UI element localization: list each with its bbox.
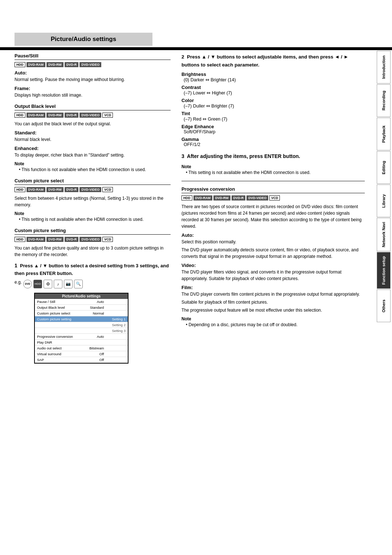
output-black-header: Output Black level xyxy=(15,104,171,110)
screen-row-value8 xyxy=(83,339,106,345)
screen-row-virtual: Virtual surround Off xyxy=(35,351,128,357)
screen-mockup-wrapper: DVD HDD ⚙ ♪ 📷 🔍 Picture/Audio settings xyxy=(23,280,128,364)
prog-film-text2: Suitable for playback of film content pi… xyxy=(181,299,365,305)
auto-title: Auto: xyxy=(15,70,171,76)
step2-text: Press ▲ / ▼ buttons to select adjustable… xyxy=(181,54,348,68)
sidebar-tab-others[interactable]: Others xyxy=(377,289,391,322)
sidebar-tab-recording[interactable]: Recording xyxy=(377,84,391,117)
screen-row-label10: Virtual surround xyxy=(35,351,83,357)
step1-instruction: 1 Press ▲ / ▼ button to select a desired… xyxy=(15,262,171,278)
sidebar-tab-library[interactable]: Library xyxy=(377,185,391,217)
screen-row-setting xyxy=(106,299,128,305)
params-list: Brightness (0) Darker ⇔ Brighter (14) Co… xyxy=(181,72,365,147)
screen-row-setting2 xyxy=(106,304,128,310)
screen-row-label7: Progressive conversion xyxy=(35,333,83,339)
screen-row-value4 xyxy=(83,316,106,322)
eg-label: e.g. xyxy=(15,280,22,285)
screen-row-setting4: Setting 1 xyxy=(106,316,128,322)
disc-icons-row: DVD HDD ⚙ ♪ 📷 🔍 xyxy=(23,280,128,288)
output-black-note-text: This function is not available when the … xyxy=(15,166,171,173)
screen-row-setting2-row: Setting 2 xyxy=(35,322,128,328)
disc-icon-photo: 📷 xyxy=(64,280,73,288)
progressive-badges: HDD DVD-RAM DVD-RW DVD-R DVD-VIDEO VCD xyxy=(181,195,365,200)
progressive-note: Note Depending on a disc, pictures may b… xyxy=(181,316,365,328)
progressive-desc: There are two types of source content in… xyxy=(181,203,365,230)
badge-hdd3: HDD xyxy=(15,187,25,192)
sidebar-tab-editing[interactable]: Editing xyxy=(377,151,391,184)
pause-still-header: Pause/Still xyxy=(15,53,171,60)
step2-num: 2 xyxy=(181,54,184,60)
badge-vcd4: VCD xyxy=(102,237,113,242)
screen-row-black: Output Black level Standard xyxy=(35,304,128,310)
screen-mockup: Picture/Audio settings Pause / Still Aut… xyxy=(34,293,128,364)
sidebar-tab-introduction[interactable]: Introduction xyxy=(377,51,391,84)
prog-auto-title: Auto: xyxy=(181,232,365,238)
badge-dvd-r: DVD-R xyxy=(65,62,79,67)
pause-still-badges: HDD DVD-RAM DVD-RW DVD-R DVD-VIDEO xyxy=(15,62,171,67)
badge-dvd-rw3: DVD-RW xyxy=(46,187,64,192)
badge-dvd-rw4: DVD-RW xyxy=(46,237,64,242)
screen-row-value7: Auto xyxy=(83,333,106,339)
screen-table: Pause / Still Auto Output Black level St… xyxy=(35,299,128,363)
screen-row-value11: Off xyxy=(83,357,106,362)
param-gamma-value: OFF/1/2 xyxy=(184,142,365,147)
disc-icon-dvd: DVD xyxy=(23,280,32,288)
sidebar-tab-function-setup[interactable]: Function setup xyxy=(377,252,391,289)
screen-row-setting11 xyxy=(106,357,128,362)
param-brightness-value: (0) Darker ⇔ Brighter (14) xyxy=(184,77,365,82)
screen-row-setting3-row: Setting 3 xyxy=(35,328,128,333)
param-color-value: (–7) Duller ⇔ Brighter (7) xyxy=(184,103,365,109)
output-black-desc: You can adjust the black level of the ou… xyxy=(15,121,171,127)
badge-vcd3: VCD xyxy=(102,187,113,192)
screen-title: Picture/Audio settings xyxy=(35,293,128,299)
param-edge-value: Soft/OFF/Sharp xyxy=(184,129,365,134)
output-black-note: Note This function is not available when… xyxy=(15,161,171,173)
prog-film-text1: The DVD player converts film content pic… xyxy=(181,291,365,297)
badge-dvd-video5: DVD-VIDEO xyxy=(246,195,268,200)
enhanced-text: To display deeper, richer black than in … xyxy=(15,152,171,158)
param-color-title: Color xyxy=(181,98,365,103)
right-sidebar: Introduction Recording Playback Editing … xyxy=(377,51,392,322)
prog-auto-text1: Select this position normally. xyxy=(181,239,365,245)
badge-dvd-video: DVD-VIDEO xyxy=(79,62,101,67)
screen-row-value2: Standard xyxy=(83,304,106,310)
screen-row-pause: Pause / Still Auto xyxy=(35,299,128,305)
badge-dvd-video3: DVD-VIDEO xyxy=(79,187,101,192)
param-tint-value: (–7) Red ⇔ Green (7) xyxy=(184,116,365,122)
param-tint-title: Tint xyxy=(181,111,365,116)
screen-row-value9: Bitstream xyxy=(83,345,106,351)
screen-row-playdnr: Play DNR xyxy=(35,339,128,345)
screen-row-label5 xyxy=(35,322,83,328)
prog-video-text: The DVD player filters video signal, and… xyxy=(181,269,365,282)
right-column: 2 Press ▲ / ▼ buttons to select adjustab… xyxy=(181,53,365,364)
sidebar-tab-network-navi[interactable]: Network Navi xyxy=(377,218,391,251)
badge-hdd4: HDD xyxy=(15,237,25,242)
screen-row-audio: Audio out select Bitstream xyxy=(35,345,128,351)
prog-film-text3: The progressive output feature will be m… xyxy=(181,307,365,313)
param-edge-title: Edge Enhance xyxy=(181,124,365,129)
screen-row-sap: SAP Off xyxy=(35,357,128,362)
custom-pic-setting-badges: HDD DVD-RAM DVD-RW DVD-R DVD-VIDEO VCD xyxy=(15,237,171,242)
screen-row-value6 xyxy=(83,328,106,333)
screen-row-setting3 xyxy=(106,310,128,316)
badge-dvd-rw5: DVD-RW xyxy=(213,195,230,200)
badge-dvd-rw: DVD-RW xyxy=(46,62,64,67)
badge-hdd2: HDD xyxy=(15,113,25,118)
badge-dvd-r3: DVD-R xyxy=(65,187,79,192)
screen-row-label8: Play DNR xyxy=(35,339,83,345)
progressive-header: Progressive conversion xyxy=(181,186,365,193)
sidebar-tab-playback[interactable]: Playback xyxy=(377,118,391,150)
custom-pic-select-desc: Select from between 4 picture settings (… xyxy=(15,195,171,208)
frame-title: Frame: xyxy=(15,86,171,91)
badge-dvd-r2: DVD-R xyxy=(65,113,79,118)
screen-row-label2: Output Black level xyxy=(35,304,83,310)
custom-pic-select-header: Custom picture select xyxy=(15,178,171,185)
badge-hdd: HDD xyxy=(15,62,25,67)
badge-dvd-video4: DVD-VIDEO xyxy=(79,237,101,242)
screen-row-setting10 xyxy=(106,351,128,357)
screen-row-custpic: Custom picture select Normal xyxy=(35,310,128,316)
step3-num: 3 xyxy=(181,153,184,159)
badge-dvd-r4: DVD-R xyxy=(65,237,79,242)
screen-row-label4: Custom picture setting xyxy=(35,316,83,322)
screen-row-value: Auto xyxy=(83,299,106,305)
